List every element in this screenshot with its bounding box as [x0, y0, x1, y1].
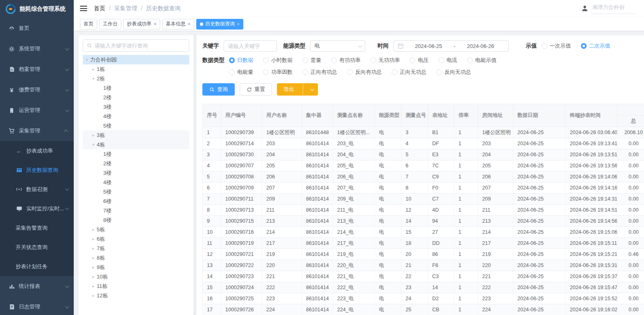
tree-node[interactable]: 2栋 [83, 74, 189, 83]
energy-type-select[interactable]: 电 [310, 40, 365, 52]
sidebar-item[interactable]: 实时监控/实时... [0, 199, 74, 218]
expand-arrow-icon[interactable] [84, 57, 90, 62]
tree-node[interactable]: 8栋 [83, 253, 189, 262]
radio-option[interactable]: 小时数据 [263, 57, 293, 64]
tree-node[interactable]: 1栋 [83, 64, 189, 74]
expand-arrow-icon[interactable] [90, 293, 97, 298]
expand-arrow-icon[interactable] [90, 76, 97, 81]
sidebar-item[interactable]: 系统管理 [0, 39, 74, 59]
reset-button[interactable]: 重置 [240, 83, 272, 96]
expand-arrow-icon[interactable] [90, 133, 97, 137]
close-icon[interactable] [188, 21, 190, 27]
tree-node[interactable]: 2楼 [83, 93, 189, 102]
tab[interactable]: 基本信息 [162, 19, 194, 30]
radio-option[interactable]: 电压 [410, 57, 429, 64]
export-dropdown-toggle[interactable] [306, 84, 317, 95]
radio-option[interactable]: 正向有功总 [302, 68, 337, 76]
expand-arrow-icon[interactable] [90, 142, 97, 147]
tree-node[interactable]: 10栋 [83, 272, 189, 281]
breadcrumb-item[interactable]: 采集管理 [105, 5, 137, 12]
table-cell: 电 [375, 260, 401, 271]
keyword-input[interactable] [224, 40, 277, 52]
radio-option[interactable]: 电能示值 [467, 57, 497, 64]
tree-node[interactable]: 1楼 [83, 83, 189, 93]
radio-option[interactable]: 一次示值 [542, 42, 571, 50]
date-start[interactable]: 2024-06-25 [405, 43, 452, 49]
sidebar-item[interactable]: 数据召测 [0, 180, 74, 199]
tree-node[interactable]: 6栋 [83, 234, 189, 244]
tree-node[interactable]: 5楼 [83, 121, 189, 130]
tree-node[interactable]: 4楼 [83, 112, 189, 121]
tree-node[interactable]: 4栋 [83, 140, 189, 149]
breadcrumb-item[interactable]: 首页 [94, 5, 105, 12]
date-range-picker[interactable]: 2024-06-25 - 2024-06-26 [393, 40, 509, 52]
breadcrumb-item[interactable]: 历史数据查询 [137, 5, 181, 12]
sidebar-item[interactable]: 历史数据查询 [0, 160, 74, 180]
expand-arrow-icon[interactable] [90, 237, 97, 241]
tree-node[interactable]: 3栋 [83, 130, 189, 140]
tab[interactable]: 首页 [80, 19, 97, 30]
radio-option[interactable]: 反向无功总 [436, 68, 471, 76]
tree-node[interactable]: 7栋 [83, 244, 189, 253]
sidebar-item[interactable]: 首页 [0, 18, 74, 39]
tree-node[interactable]: 力合科创园 [83, 55, 189, 64]
sidebar-item[interactable]: 运营管理 [0, 100, 74, 121]
tree-node[interactable]: 2楼 [83, 159, 189, 168]
tree-node[interactable]: 7楼 [83, 206, 189, 215]
panel-splitter[interactable] [193, 35, 197, 315]
user-box[interactable]: 湘潭力合科创 [581, 3, 636, 14]
radio-option[interactable]: 功率因数 [263, 68, 293, 76]
radio-option[interactable]: 日数据 [229, 57, 253, 64]
tree-node[interactable]: 3楼 [83, 168, 189, 178]
close-icon[interactable] [154, 21, 156, 27]
tree-search-input[interactable] [95, 43, 185, 49]
sidebar-item[interactable]: 开关状态查询 [0, 237, 74, 257]
arrow-left-icon: ← [16, 148, 23, 154]
tab-label: 首页 [84, 21, 93, 27]
tree-node[interactable]: 4楼 [83, 178, 189, 187]
sidebar-item[interactable]: 日志管理 [0, 297, 74, 315]
expand-arrow-icon[interactable] [90, 227, 97, 232]
tree-node[interactable]: 12栋 [83, 291, 189, 300]
hamburger-menu-icon[interactable] [80, 6, 87, 11]
tree-node[interactable]: 5栋 [83, 225, 189, 234]
tab[interactable]: 工作台 [99, 19, 121, 30]
table-cell: 1 [454, 249, 478, 260]
radio-option[interactable]: 反向有功总 [347, 68, 382, 76]
tree-node[interactable]: 8楼 [83, 215, 189, 225]
sidebar-item[interactable]: ← 抄表成功率 [0, 141, 74, 160]
export-button[interactable]: 导出 [277, 83, 318, 96]
radio-option[interactable]: 电能量 [229, 68, 253, 76]
expand-arrow-icon[interactable] [90, 274, 97, 279]
radio-option[interactable]: 电流 [438, 57, 457, 64]
table-cell: 220_电 [333, 260, 375, 271]
tree-node[interactable]: 3楼 [83, 102, 189, 112]
close-icon[interactable] [237, 21, 240, 27]
tab[interactable]: 历史数据查询 [196, 19, 243, 30]
sidebar-item[interactable]: 统计报表 [0, 276, 74, 297]
tree-node[interactable]: 11栋 [83, 281, 189, 291]
date-end[interactable]: 2024-06-26 [457, 43, 504, 49]
expand-arrow-icon[interactable] [90, 284, 97, 288]
radio-option[interactable]: 正向无功总 [392, 68, 426, 76]
tree-node[interactable]: 5楼 [83, 187, 189, 196]
sidebar-item[interactable]: 采集告警查询 [0, 218, 74, 237]
query-button[interactable]: 查询 [202, 83, 235, 96]
tab[interactable]: 抄表成功率 [123, 19, 160, 30]
expand-arrow-icon[interactable] [90, 67, 97, 71]
radio-option[interactable]: 需量 [302, 57, 321, 64]
time-label: 时间 [378, 42, 389, 50]
tree-node[interactable]: 9栋 [83, 262, 189, 272]
sidebar-item[interactable]: 档案管理 [0, 59, 74, 80]
expand-arrow-icon[interactable] [90, 265, 97, 269]
radio-option[interactable]: 无功功率 [370, 57, 400, 64]
sidebar-item[interactable]: 抄表计划任务 [0, 257, 74, 276]
sidebar-item[interactable]: 采集管理 [0, 121, 74, 141]
radio-option[interactable]: 二次示值 [581, 42, 610, 50]
sidebar-item[interactable]: ¥ 缴费管理 [0, 80, 74, 100]
tree-node[interactable]: 1楼 [83, 149, 189, 159]
expand-arrow-icon[interactable] [90, 246, 97, 251]
tree-node[interactable]: 6楼 [83, 196, 189, 206]
radio-option[interactable]: 有功功率 [331, 57, 361, 64]
expand-arrow-icon[interactable] [90, 256, 97, 260]
